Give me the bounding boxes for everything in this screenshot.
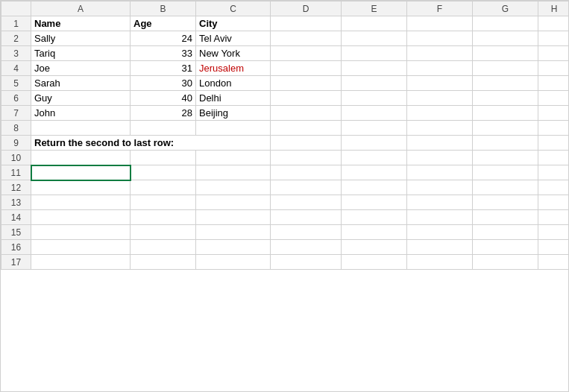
cell-4-c[interactable]: Jerusalem [196, 61, 271, 76]
cell-12-b[interactable] [131, 180, 196, 195]
cell-8-e[interactable] [342, 121, 407, 136]
cell-8-d[interactable] [271, 121, 342, 136]
cell-12-d[interactable] [271, 180, 342, 195]
cell-2-f[interactable] [407, 31, 473, 46]
cell-10-e[interactable] [342, 151, 407, 165]
cell-15-d[interactable] [271, 225, 342, 240]
cell-14-g[interactable] [473, 210, 538, 225]
cell-8-f[interactable] [407, 121, 473, 136]
cell-3-c[interactable]: New York [196, 46, 271, 61]
cell-4-a[interactable]: Joe [31, 61, 131, 76]
cell-1-c[interactable]: City [196, 16, 271, 31]
cell-11-c[interactable] [196, 165, 271, 180]
cell-16-g[interactable] [473, 240, 538, 255]
cell-13-h[interactable] [538, 195, 569, 210]
cell-1-g[interactable] [473, 16, 538, 31]
cell-5-b[interactable]: 30 [131, 76, 196, 91]
cell-14-d[interactable] [271, 210, 342, 225]
cell-17-e[interactable] [342, 255, 407, 270]
cell-3-a[interactable]: Tariq [31, 46, 131, 61]
cell-10-a[interactable] [31, 151, 131, 165]
cell-8-a[interactable] [31, 121, 131, 136]
cell-2-b[interactable]: 24 [131, 31, 196, 46]
cell-9-f[interactable] [407, 136, 473, 151]
cell-2-a[interactable]: Sally [31, 31, 131, 46]
cell-8-h[interactable] [538, 121, 569, 136]
cell-11-f[interactable] [407, 165, 473, 180]
cell-11-d[interactable] [271, 165, 342, 180]
cell-3-d[interactable] [271, 46, 342, 61]
cell-7-f[interactable] [407, 106, 473, 121]
cell-11-e[interactable] [342, 165, 407, 180]
cell-16-a[interactable] [31, 240, 131, 255]
cell-1-a[interactable]: Name [31, 16, 131, 31]
cell-9-e[interactable] [342, 136, 407, 151]
cell-10-b[interactable] [131, 151, 196, 165]
col-header-a[interactable]: A [31, 1, 131, 16]
cell-16-e[interactable] [342, 240, 407, 255]
cell-9-d[interactable] [271, 136, 342, 151]
cell-8-c[interactable] [196, 121, 271, 136]
cell-2-d[interactable] [271, 31, 342, 46]
cell-13-c[interactable] [196, 195, 271, 210]
cell-12-e[interactable] [342, 180, 407, 195]
col-header-h[interactable]: H [538, 1, 569, 16]
cell-15-e[interactable] [342, 225, 407, 240]
cell-11-a[interactable] [31, 165, 131, 180]
cell-6-f[interactable] [407, 91, 473, 106]
cell-14-c[interactable] [196, 210, 271, 225]
cell-17-d[interactable] [271, 255, 342, 270]
cell-6-a[interactable]: Guy [31, 91, 131, 106]
cell-4-b[interactable]: 31 [131, 61, 196, 76]
cell-15-a[interactable] [31, 225, 131, 240]
cell-3-e[interactable] [342, 46, 407, 61]
cell-12-a[interactable] [31, 180, 131, 195]
cell-4-f[interactable] [407, 61, 473, 76]
cell-7-c[interactable]: Beijing [196, 106, 271, 121]
col-header-d[interactable]: D [271, 1, 342, 16]
cell-10-g[interactable] [473, 151, 538, 165]
cell-9-g[interactable] [473, 136, 538, 151]
cell-16-f[interactable] [407, 240, 473, 255]
cell-12-h[interactable] [538, 180, 569, 195]
cell-6-g[interactable] [473, 91, 538, 106]
cell-13-f[interactable] [407, 195, 473, 210]
cell-11-h[interactable] [538, 165, 569, 180]
cell-5-d[interactable] [271, 76, 342, 91]
cell-2-c[interactable]: Tel Aviv [196, 31, 271, 46]
cell-5-a[interactable]: Sarah [31, 76, 131, 91]
cell-11-b[interactable] [131, 165, 196, 180]
cell-2-e[interactable] [342, 31, 407, 46]
cell-7-h[interactable] [538, 106, 569, 121]
cell-15-f[interactable] [407, 225, 473, 240]
cell-16-h[interactable] [538, 240, 569, 255]
col-header-f[interactable]: F [407, 1, 473, 16]
cell-7-e[interactable] [342, 106, 407, 121]
cell-15-g[interactable] [473, 225, 538, 240]
cell-10-c[interactable] [196, 151, 271, 165]
col-header-c[interactable]: C [196, 1, 271, 16]
cell-13-e[interactable] [342, 195, 407, 210]
cell-7-d[interactable] [271, 106, 342, 121]
cell-15-c[interactable] [196, 225, 271, 240]
cell-12-g[interactable] [473, 180, 538, 195]
cell-4-g[interactable] [473, 61, 538, 76]
cell-9-a[interactable]: Return the second to last row: [31, 136, 271, 151]
cell-5-c[interactable]: London [196, 76, 271, 91]
cell-6-d[interactable] [271, 91, 342, 106]
cell-15-h[interactable] [538, 225, 569, 240]
cell-6-h[interactable] [538, 91, 569, 106]
cell-6-c[interactable]: Delhi [196, 91, 271, 106]
cell-13-b[interactable] [131, 195, 196, 210]
cell-13-a[interactable] [31, 195, 131, 210]
cell-4-d[interactable] [271, 61, 342, 76]
cell-5-f[interactable] [407, 76, 473, 91]
cell-17-h[interactable] [538, 255, 569, 270]
cell-14-e[interactable] [342, 210, 407, 225]
cell-8-g[interactable] [473, 121, 538, 136]
cell-14-b[interactable] [131, 210, 196, 225]
cell-17-b[interactable] [131, 255, 196, 270]
cell-16-d[interactable] [271, 240, 342, 255]
cell-17-a[interactable] [31, 255, 131, 270]
cell-15-b[interactable] [131, 225, 196, 240]
